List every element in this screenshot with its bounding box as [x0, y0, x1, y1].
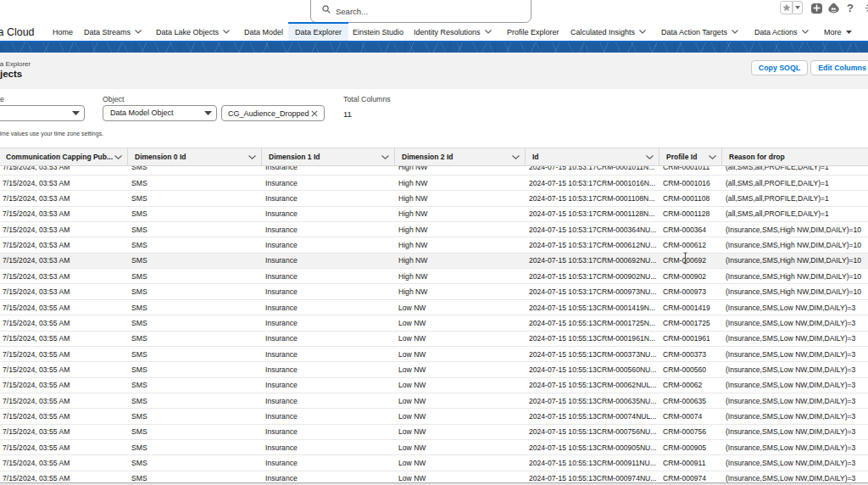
- table-cell: 7/15/2024, 03:53 AM: [0, 166, 128, 175]
- table-cell: Insurance: [262, 191, 395, 205]
- table-cell: Insurance: [262, 425, 395, 439]
- quick-create-button[interactable]: [811, 3, 822, 14]
- nav-tab-einstein-studio[interactable]: Einstein Studio: [353, 23, 403, 41]
- table-row[interactable]: 7/15/2024, 03:53 AMSMSInsuranceHigh NW20…: [0, 269, 868, 284]
- nav-tab-more[interactable]: More: [824, 23, 852, 41]
- cell-text: 2024-07-15 10:53:17CRM-000364NU...: [529, 226, 656, 234]
- cell-text: 7/15/2024, 03:55 AM: [3, 427, 70, 436]
- table-cell: CRM-0001725: [659, 315, 722, 330]
- column-header-2[interactable]: Dimension 0 Id: [128, 148, 262, 165]
- setup-gear-icon[interactable]: [865, 3, 868, 14]
- caret-down-icon: [204, 111, 212, 115]
- table-row[interactable]: 7/15/2024, 03:55 AMSMSInsuranceLow NW202…: [0, 440, 868, 455]
- cell-text: CRM-0001128: [663, 209, 709, 218]
- data-space-select[interactable]: [0, 105, 85, 121]
- table-cell: SMS: [128, 455, 262, 470]
- table-row[interactable]: 7/15/2024, 03:55 AMSMSInsuranceLow NW202…: [0, 471, 868, 482]
- table-cell: Low NW: [395, 425, 526, 439]
- table-cell: (Insurance,SMS,Low NW,DIM,DAILY)=3: [722, 471, 868, 482]
- edit-columns-button[interactable]: Edit Columns: [810, 60, 868, 76]
- table-cell: CRM-0001128: [659, 207, 722, 221]
- nav-tab-identity-resolutions[interactable]: Identity Resolutions: [414, 23, 492, 41]
- nav-tab-data-action-targets[interactable]: Data Action Targets: [661, 23, 738, 41]
- column-header-6[interactable]: Profile Id: [659, 148, 722, 165]
- table-row[interactable]: 7/15/2024, 03:53 AMSMSInsuranceHigh NW20…: [0, 207, 868, 222]
- cell-text: (Insurance,SMS,Low NW,DIM,DAILY)=3: [726, 319, 855, 327]
- favorites-star-button[interactable]: [780, 1, 793, 14]
- cell-text: Insurance: [265, 334, 298, 343]
- column-header-1[interactable]: Communication Capping Pub...: [0, 148, 128, 165]
- table-row[interactable]: 7/15/2024, 03:55 AMSMSInsuranceLow NW202…: [0, 409, 868, 424]
- nav-tab-profile-explorer[interactable]: Profile Explorer: [507, 23, 559, 41]
- nav-tab-data-model[interactable]: Data Model: [244, 23, 283, 41]
- cell-text: Insurance: [265, 427, 298, 436]
- horizontal-scrollbar[interactable]: [0, 482, 868, 485]
- table-row[interactable]: 7/15/2024, 03:55 AMSMSInsuranceLow NW202…: [0, 378, 868, 393]
- table-cell: (Insurance,SMS,Low NW,DIM,DAILY)=3: [722, 300, 868, 315]
- remove-pill-icon[interactable]: [311, 110, 318, 117]
- table-cell: SMS: [128, 237, 262, 252]
- column-header-7[interactable]: Reason for drop: [722, 148, 868, 165]
- cell-text: SMS: [131, 304, 147, 312]
- table-cell: Insurance: [262, 176, 395, 190]
- cell-text: Low NW: [398, 304, 426, 312]
- table-cell: CRM-000902: [659, 269, 722, 283]
- table-cell: CRM-000373: [659, 347, 722, 361]
- table-cell: SMS: [128, 269, 262, 283]
- cell-text: SMS: [131, 474, 147, 482]
- table-row[interactable]: 7/15/2024, 03:55 AMSMSInsuranceLow NW202…: [0, 347, 868, 362]
- guidance-center-icon[interactable]: [828, 3, 839, 14]
- nav-tab-home[interactable]: Home: [53, 23, 73, 41]
- selected-object-pill[interactable]: CG_Audience_Dropped: [221, 105, 325, 121]
- cell-text: Low NW: [398, 381, 426, 389]
- table-cell: 7/15/2024, 03:55 AM: [0, 455, 128, 470]
- global-search-box[interactable]: Search...: [310, 0, 531, 23]
- column-header-3[interactable]: Dimension 1 Id: [262, 148, 395, 165]
- cell-text: (Insurance,SMS,Low NW,DIM,DAILY)=3: [726, 381, 855, 389]
- cell-text: High NW: [398, 209, 427, 218]
- table-row[interactable]: 7/15/2024, 03:53 AMSMSInsuranceHigh NW20…: [0, 191, 868, 206]
- cell-text: SMS: [131, 397, 147, 405]
- cell-text: High NW: [398, 194, 427, 203]
- cell-text: SMS: [131, 166, 147, 171]
- cell-text: Insurance: [265, 166, 298, 171]
- table-cell: 2024-07-15 10:53:17CRM-000612NU...: [526, 237, 659, 252]
- table-row[interactable]: 7/15/2024, 03:55 AMSMSInsuranceLow NW202…: [0, 425, 868, 440]
- table-cell: 7/15/2024, 03:53 AM: [0, 284, 128, 298]
- table-row[interactable]: 7/15/2024, 03:53 AMSMSInsuranceHigh NW20…: [0, 166, 868, 176]
- table-row[interactable]: 7/15/2024, 03:55 AMSMSInsuranceLow NW202…: [0, 393, 868, 409]
- table-row[interactable]: 7/15/2024, 03:53 AMSMSInsuranceHigh NW20…: [0, 237, 868, 253]
- table-row[interactable]: 7/15/2024, 03:53 AMSMSInsuranceHigh NW20…: [0, 222, 868, 237]
- table-row[interactable]: 7/15/2024, 03:55 AMSMSInsuranceLow NW202…: [0, 315, 868, 331]
- table-cell: 2024-07-15 10:55:13CRM-000905NU...: [526, 440, 659, 454]
- nav-tab-data-explorer[interactable]: Data Explorer: [288, 22, 348, 42]
- table-row[interactable]: 7/15/2024, 03:53 AMSMSInsuranceHigh NW20…: [0, 176, 868, 191]
- nav-tab-data-actions[interactable]: Data Actions: [754, 23, 809, 41]
- cell-text: Low NW: [398, 474, 426, 482]
- nav-tab-calculated-insights[interactable]: Calculated Insights: [570, 23, 646, 41]
- table-cell: 7/15/2024, 03:55 AM: [0, 347, 128, 361]
- caret-down-icon: [795, 6, 800, 9]
- table-row[interactable]: 7/15/2024, 03:55 AMSMSInsuranceLow NW202…: [0, 362, 868, 377]
- table-cell: CRM-0001016: [659, 176, 722, 190]
- cell-text: 7/15/2024, 03:53 AM: [3, 256, 70, 265]
- column-header-4[interactable]: Dimension 2 Id: [395, 148, 526, 165]
- table-row[interactable]: 7/15/2024, 03:53 AMSMSInsuranceHigh NW20…: [0, 284, 868, 299]
- table-row[interactable]: 7/15/2024, 03:55 AMSMSInsuranceLow NW202…: [0, 332, 868, 347]
- help-icon[interactable]: ?: [847, 2, 854, 14]
- table-row[interactable]: 7/15/2024, 03:53 AMSMSInsuranceHigh NW20…: [0, 254, 868, 269]
- cell-text: 2024-07-15 10:55:13CRM-000756NU...: [529, 427, 656, 436]
- column-header-5[interactable]: Id: [526, 148, 659, 165]
- table-row[interactable]: 7/15/2024, 03:55 AMSMSInsuranceLow NW202…: [0, 300, 868, 315]
- cell-text: (Insurance,SMS,High NW,DIM,DAILY)=10: [726, 272, 861, 281]
- cell-text: Low NW: [398, 350, 426, 359]
- nav-tab-data-streams[interactable]: Data Streams: [84, 23, 142, 41]
- table-row[interactable]: 7/15/2024, 03:55 AMSMSInsuranceLow NW202…: [0, 455, 868, 471]
- nav-tab-label: Home: [53, 28, 73, 36]
- object-select[interactable]: Data Model Object: [103, 105, 217, 121]
- cell-text: 2024-07-15 10:55:13CRM-0001419N...: [529, 304, 655, 312]
- cell-text: 7/15/2024, 03:55 AM: [3, 365, 70, 374]
- nav-tab-data-lake-objects[interactable]: Data Lake Objects: [156, 23, 230, 41]
- favorites-dropdown-button[interactable]: [793, 1, 803, 14]
- copy-soql-button[interactable]: Copy SOQL: [751, 60, 808, 76]
